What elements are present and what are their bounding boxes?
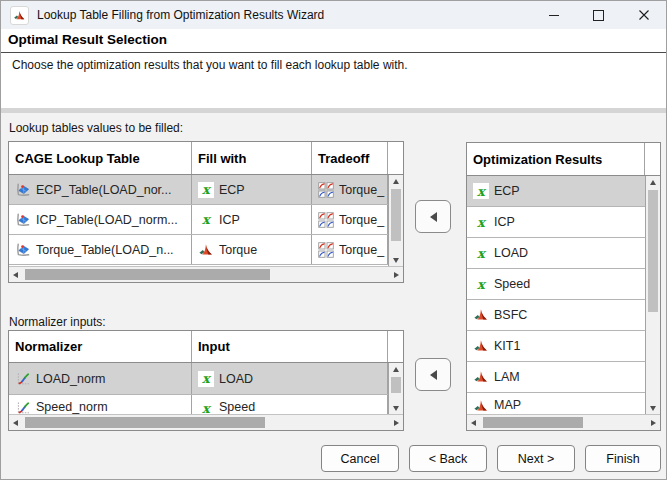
tradeoff-value: Torque_ [339, 183, 384, 197]
horizontal-scrollbar[interactable] [467, 414, 660, 430]
input-value: LOAD [219, 372, 253, 386]
titlebar: Lookup Table Filling from Optimization R… [1, 1, 666, 29]
surface-table-icon [15, 182, 31, 198]
x-variable-icon: x [473, 276, 489, 292]
normalizer-table: Normalizer Input LOAD_norm xLOAD Speed_n… [8, 330, 404, 431]
optimization-results-list: Optimization Results xECP xICP xLOAD xSp… [466, 142, 661, 431]
tradeoff-icon [318, 212, 334, 228]
list-item[interactable]: LAM [467, 362, 660, 393]
input-value: Speed [219, 400, 255, 414]
scroll-up-icon[interactable] [646, 176, 660, 189]
fill-with-value: ECP [219, 183, 245, 197]
normalizer-header-row: Normalizer Input [9, 331, 403, 363]
scrollbar-thumb[interactable] [391, 189, 401, 241]
matlab-model-icon [473, 398, 489, 414]
list-item[interactable]: xECP [467, 176, 660, 207]
finish-button[interactable]: Finish [585, 445, 661, 472]
next-button[interactable]: Next > [497, 445, 575, 472]
table-row[interactable]: ECP_Table(LOAD_nor... xECP Torque_ [9, 175, 403, 205]
column-header-fill-with: Fill with [192, 142, 312, 174]
result-name: LOAD [494, 246, 528, 260]
surface-table-icon [15, 242, 31, 258]
cage-table-name: ECP_Table(LOAD_nor... [36, 183, 172, 197]
page-title: Optimal Result Selection [8, 32, 167, 47]
horizontal-scrollbar[interactable] [9, 414, 403, 430]
scroll-left-icon[interactable] [9, 267, 22, 282]
list-item[interactable]: xSpeed [467, 269, 660, 300]
result-name: Speed [494, 277, 530, 291]
scroll-right-icon[interactable] [390, 415, 403, 430]
list-item[interactable]: MAP [467, 393, 660, 414]
back-button[interactable]: < Back [409, 445, 487, 472]
scrollbar-thumb[interactable] [648, 190, 658, 312]
tradeoff-value: Torque_ [339, 243, 384, 257]
normalizer-icon [15, 371, 31, 387]
x-variable-icon: x [473, 245, 489, 261]
close-icon [639, 10, 649, 20]
scroll-left-icon[interactable] [467, 415, 480, 430]
scrollbar-thumb[interactable] [483, 417, 583, 428]
tradeoff-icon [318, 242, 334, 258]
result-name: ICP [494, 215, 515, 229]
arrow-left-icon [430, 212, 437, 222]
result-name: KIT1 [494, 339, 520, 353]
horizontal-scrollbar[interactable] [9, 266, 403, 282]
column-header-input: Input [192, 331, 388, 362]
scroll-up-icon[interactable] [389, 363, 403, 376]
cancel-button[interactable]: Cancel [321, 445, 399, 472]
normalizer-name: Speed_norm [36, 400, 108, 414]
matlab-model-icon [473, 307, 489, 323]
column-header-normalizer: Normalizer [9, 331, 192, 362]
result-name: LAM [494, 370, 520, 384]
scrollbar-thumb[interactable] [391, 377, 401, 393]
result-name: ECP [494, 184, 520, 198]
cage-table-name: Torque_Table(LOAD_n... [36, 243, 174, 257]
matlab-model-icon [198, 242, 214, 258]
x-variable-icon: x [198, 182, 214, 198]
fill-with-value: Torque [219, 243, 257, 257]
list-item[interactable]: BSFC [467, 300, 660, 331]
table-row[interactable]: ICP_Table(LOAD_norm... xICP Torque_ [9, 205, 403, 235]
tradeoff-icon [318, 182, 334, 198]
scrollbar-thumb[interactable] [25, 269, 270, 280]
arrow-left-icon [430, 370, 437, 380]
minimize-button[interactable] [531, 1, 576, 29]
matlab-model-icon [473, 338, 489, 354]
window-controls [531, 1, 666, 29]
list-item[interactable]: xLOAD [467, 238, 660, 269]
assign-result-to-normalizer-button[interactable] [415, 358, 451, 391]
matlab-logo-icon [10, 6, 29, 25]
maximize-button[interactable] [576, 1, 621, 29]
tradeoff-value: Torque_ [339, 213, 384, 227]
vertical-scrollbar[interactable] [388, 363, 403, 415]
x-variable-icon: x [198, 371, 214, 387]
column-header-stub [645, 143, 660, 175]
table-row[interactable]: LOAD_norm xLOAD [9, 363, 403, 395]
table-row[interactable]: Torque_Table(LOAD_n... Torque Torque_ [9, 235, 403, 265]
result-name: BSFC [494, 308, 527, 322]
x-variable-icon: x [473, 214, 489, 230]
list-item[interactable]: xICP [467, 207, 660, 238]
x-variable-icon: x [198, 212, 214, 228]
scroll-up-icon[interactable] [389, 175, 403, 188]
vertical-scrollbar[interactable] [645, 176, 660, 415]
scroll-right-icon[interactable] [647, 415, 660, 430]
scrollbar-thumb[interactable] [25, 417, 265, 428]
assign-result-to-table-button[interactable] [415, 200, 451, 233]
list-item[interactable]: KIT1 [467, 331, 660, 362]
wizard-dialog: Lookup Table Filling from Optimization R… [0, 0, 667, 480]
matlab-model-icon [473, 369, 489, 385]
fill-with-value: ICP [219, 213, 240, 227]
normalizer-inputs-label: Normalizer inputs: [9, 315, 106, 329]
scroll-left-icon[interactable] [9, 415, 22, 430]
column-header-cage-lookup-table: CAGE Lookup Table [9, 142, 192, 174]
lookup-tables-label: Lookup tables values to be filled: [9, 121, 183, 135]
lookup-table-header-row: CAGE Lookup Table Fill with Tradeoff [9, 142, 403, 175]
vertical-scrollbar[interactable] [388, 175, 403, 267]
scroll-right-icon[interactable] [390, 267, 403, 282]
normalizer-name: LOAD_norm [36, 372, 105, 386]
maximize-icon [593, 10, 604, 21]
result-name: MAP [494, 398, 521, 412]
table-row[interactable]: Speed_norm xSpeed [9, 395, 403, 415]
close-button[interactable] [621, 1, 666, 29]
